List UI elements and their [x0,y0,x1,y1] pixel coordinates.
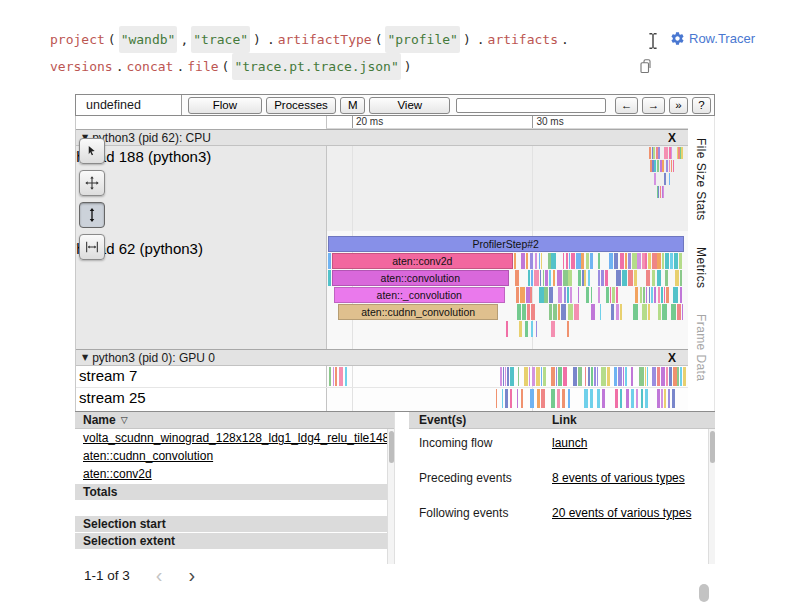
trace-slice[interactable] [530,253,534,269]
trace-slice[interactable] [625,367,627,386]
trace-slice[interactable] [618,367,622,386]
trace-slice[interactable] [570,287,572,303]
pan-tool-button[interactable] [79,170,105,196]
trace-slice[interactable] [581,253,584,269]
scrollbar-thumb[interactable] [389,431,394,463]
trace-slice[interactable] [329,367,331,386]
trace-slice[interactable] [665,270,668,286]
trace-slice[interactable] [541,253,542,269]
trace-slice[interactable] [524,367,528,386]
trace-slice[interactable] [521,253,525,269]
track-name-cell[interactable]: Thread 62 (python3) [76,231,326,349]
trace-slice[interactable] [674,253,678,269]
scrollbar[interactable] [708,429,715,564]
trace-slice[interactable] [601,270,603,286]
trace-slice[interactable] [335,367,337,386]
trace-slice[interactable] [506,321,508,337]
trace-slice[interactable] [525,321,528,337]
trace-slice[interactable] [660,160,662,172]
trace-slice[interactable] [567,287,569,303]
trace-slice[interactable] [614,253,619,269]
trace-slice[interactable] [673,160,674,172]
event-row-link[interactable]: 20 events of various types [552,506,715,520]
trace-slice[interactable] [669,367,672,386]
trace-slice[interactable] [578,367,582,386]
trace-slice[interactable] [531,321,533,337]
trace-slice[interactable] [606,287,609,303]
trace-slice[interactable] [584,389,588,408]
trace-slice[interactable] [531,304,535,320]
trace-slice[interactable] [657,367,659,386]
trace-slice[interactable] [605,270,608,286]
trace-slice[interactable] [557,389,561,408]
trace-slice[interactable] [664,389,666,408]
track-name-cell[interactable]: stream 7 [76,366,326,387]
trace-slice[interactable] [625,253,626,269]
trace-slice[interactable] [671,304,676,320]
trace-slice[interactable] [573,367,577,386]
panel-selector[interactable]: Row.Tracer [670,31,755,46]
trace-slice[interactable] [653,147,654,159]
trace-slice[interactable] [526,253,528,269]
trace-slice[interactable] [527,304,530,320]
track-timeline-stream-7[interactable] [326,366,688,387]
slice-aten::_convolution[interactable]: aten::_convolution [334,287,505,303]
trace-slice[interactable] [636,389,639,408]
name-column-header[interactable]: Name ▽ [75,412,394,429]
trace-slice[interactable] [551,321,555,337]
trace-slice[interactable] [574,304,579,320]
trace-slice[interactable] [544,287,548,303]
trace-slice[interactable] [545,270,548,286]
trace-slice[interactable] [578,287,579,303]
trace-slice[interactable] [680,270,682,286]
trace-slice[interactable] [622,270,627,286]
slice-ProfilerStep#2[interactable]: ProfilerStep#2 [328,236,684,252]
trace-slice[interactable] [671,147,672,159]
trace-slice[interactable] [597,367,598,386]
trace-slice[interactable] [551,367,555,386]
flow-events-button[interactable]: Flow events [188,97,263,114]
trace-slice[interactable] [620,304,622,320]
trace-slice[interactable] [652,253,657,269]
trace-slice[interactable] [645,367,646,386]
track-timeline-stream-25[interactable] [326,388,688,411]
slice-aten::convolution[interactable]: aten::convolution [332,270,509,286]
trace-slice[interactable] [567,321,569,337]
trace-slice[interactable] [345,367,347,386]
trace-slice[interactable] [639,367,641,386]
trace-slice[interactable] [532,367,535,386]
text-cursor-icon[interactable] [646,32,660,54]
trace-slice[interactable] [549,287,552,303]
trace-slice[interactable] [591,367,593,386]
close-track-group-button[interactable]: X [668,131,676,145]
trace-slice[interactable] [675,270,679,286]
trace-slice[interactable] [679,253,682,269]
close-track-group-button[interactable]: X [668,351,676,365]
trace-slice[interactable] [556,367,557,386]
trace-slice[interactable] [628,253,631,269]
trace-slice[interactable] [646,270,650,286]
trace-slice[interactable] [576,253,581,269]
trace-slice[interactable] [548,253,550,269]
trace-slice[interactable] [632,253,637,269]
trace-slice[interactable] [549,270,551,286]
trace-slice[interactable] [660,186,661,198]
trace-slice[interactable] [664,287,665,303]
trace-slice[interactable] [517,389,518,408]
trace-slice[interactable] [594,367,595,386]
trace-slice[interactable] [505,367,506,386]
help-button[interactable]: ? [692,97,711,114]
trace-slice[interactable] [563,253,565,269]
trace-slice[interactable] [563,270,567,286]
trace-slice[interactable] [578,270,581,286]
trace-slice[interactable] [671,160,672,172]
trace-slice[interactable] [611,304,614,320]
trace-slice[interactable] [682,304,683,320]
trace-slice[interactable] [665,253,669,269]
trace-slice[interactable] [607,367,610,386]
trace-slice[interactable] [328,270,331,286]
event-row-link[interactable]: launch [552,436,715,450]
find-next-button[interactable]: → [642,97,665,114]
trace-slice[interactable] [616,270,620,286]
trace-slice[interactable] [666,287,669,303]
